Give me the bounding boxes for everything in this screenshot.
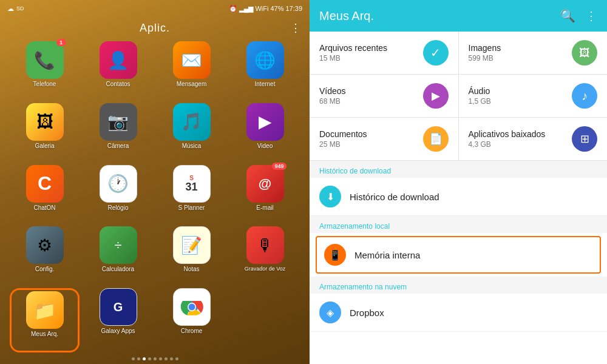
recentes-icon: ✓: [423, 40, 449, 66]
dot-3: [143, 357, 146, 360]
notas-icon: 📝: [181, 235, 202, 255]
mensagem-icon: ✉️: [181, 50, 202, 70]
apps-title: Aplic.: [140, 22, 170, 35]
dot-9: [175, 357, 178, 360]
header-icons: 🔍 ⋮: [560, 8, 597, 23]
dot-1: [132, 357, 135, 360]
calc-icon: ÷: [114, 237, 121, 253]
dot-6: [159, 357, 162, 360]
grid-item-recentes[interactable]: Arquivos recentes 15 MB ✓: [310, 32, 458, 74]
app-mensagem[interactable]: ✉️ Mensagem: [157, 41, 226, 99]
chaton-label: ChatON: [33, 204, 55, 212]
dot-7: [164, 357, 168, 360]
app-gravador[interactable]: 🎙 Gravador de Voz: [230, 226, 300, 285]
imagens-name: Imagens: [469, 43, 572, 53]
contatos-label: Contatos: [106, 81, 130, 88]
app-splanner[interactable]: S 31 S Planner: [157, 165, 226, 223]
mensagem-label: Mensagem: [177, 81, 206, 88]
audio-name: Áudio: [469, 86, 572, 96]
aplicativos-size: 4,3 GB: [469, 140, 572, 149]
alarm-icon: ⏰: [229, 5, 237, 13]
file-categories-grid: Arquivos recentes 15 MB ✓ Imagens 599 MB…: [310, 32, 607, 161]
file-manager-content: Arquivos recentes 15 MB ✓ Imagens 599 MB…: [310, 32, 607, 364]
chaton-icon: C: [38, 172, 52, 195]
app-telefone[interactable]: 📞 1 Telefone: [10, 41, 80, 99]
app-meusarq[interactable]: 📁 Meus Arq.: [10, 288, 80, 352]
time-display: 17:39: [285, 5, 302, 12]
app-camera[interactable]: 📷 Câmera: [83, 103, 153, 161]
phone-left-panel: ☁ SD ⏰ ▂▄▆ WiFi 47% 17:39 Aplic. ⋮ 📞 1 T…: [0, 0, 310, 364]
grid-item-aplicativos[interactable]: Aplicativos baixados 4,3 GB ⊞: [459, 118, 608, 160]
gravador-icon: 🎙: [257, 235, 274, 255]
grid-item-documentos[interactable]: Documentos 25 MB 📄: [310, 118, 458, 160]
telefone-icon: 📞: [34, 50, 55, 70]
camera-icon: 📷: [107, 112, 129, 132]
dropbox-text: Dropbox: [350, 308, 384, 318]
app-video[interactable]: ▶ Video: [230, 103, 300, 161]
aplicativos-icon: ⊞: [572, 126, 597, 152]
chrome-icon: [180, 295, 204, 319]
galaxy-label: Galaxy Apps: [101, 328, 135, 335]
dot-5: [154, 357, 157, 360]
more-options-icon[interactable]: ⋮: [290, 21, 301, 35]
app-chrome[interactable]: Chrome: [157, 288, 226, 352]
signal-icon: ▂▄▆: [239, 5, 254, 13]
internet-label: Internet: [255, 81, 276, 88]
app-galaxy[interactable]: G Galaxy Apps: [83, 288, 153, 352]
app-notas[interactable]: 📝 Notas: [157, 226, 226, 285]
status-bar: ☁ SD ⏰ ▂▄▆ WiFi 47% 17:39: [0, 0, 310, 17]
apps-top-bar: Aplic. ⋮: [0, 17, 310, 39]
list-item-memoria[interactable]: 📱 Memória interna: [316, 236, 601, 274]
notas-label: Notas: [183, 266, 199, 273]
file-manager-header: Meus Arq. 🔍 ⋮: [310, 0, 607, 32]
app-relogio[interactable]: 🕐 Relógio: [83, 165, 153, 223]
musica-label: Música: [182, 143, 202, 150]
app-musica[interactable]: 🎵 Música: [157, 103, 226, 161]
galaxy-icon: G: [114, 300, 123, 314]
app-internet[interactable]: 🌐 Internet: [230, 41, 300, 99]
dot-4: [148, 357, 151, 360]
imagens-size: 599 MB: [469, 54, 572, 62]
audio-icon: ♪: [572, 83, 597, 109]
search-icon[interactable]: 🔍: [560, 8, 575, 23]
historico-text: Histórico de download: [350, 192, 439, 202]
meusarq-icon: 📁: [33, 300, 56, 321]
documentos-name: Documentos: [319, 129, 423, 139]
file-manager-panel: Meus Arq. 🔍 ⋮ Arquivos recentes 15 MB ✓ …: [310, 0, 607, 364]
list-item-historico[interactable]: ⬇ Histórico de download: [310, 178, 607, 216]
app-galeria[interactable]: 🖼 Galeria: [10, 103, 80, 161]
gravador-label: Gravador de Voz: [245, 266, 286, 272]
section-local-label: Armazenamento local: [310, 216, 607, 233]
battery-text: 47%: [270, 5, 283, 12]
relogio-label: Relógio: [108, 204, 129, 212]
file-manager-title: Meus Arq.: [319, 9, 374, 23]
videos-name: Vídeos: [319, 86, 423, 96]
list-item-dropbox[interactable]: ◈ Dropbox: [310, 294, 607, 332]
grid-item-audio[interactable]: Áudio 1,5 GB ♪: [459, 75, 608, 117]
app-config[interactable]: ⚙ Config.: [10, 226, 80, 285]
recentes-name: Arquivos recentes: [319, 43, 423, 53]
grid-item-imagens[interactable]: Imagens 599 MB 🖼: [459, 32, 608, 74]
recentes-size: 15 MB: [319, 54, 423, 62]
internet-icon: 🌐: [254, 50, 276, 70]
email-badge: 949: [272, 163, 286, 170]
chrome-label: Chrome: [181, 328, 203, 335]
app-chaton[interactable]: C ChatON: [10, 165, 80, 223]
dropbox-icon: ◈: [319, 302, 341, 323]
splanner-label: S Planner: [178, 204, 205, 212]
more-icon[interactable]: ⋮: [585, 8, 597, 23]
section-historico-label: Histórico de download: [310, 161, 607, 178]
app-email[interactable]: @ 949 E-mail: [230, 165, 300, 223]
dot-8: [170, 357, 173, 360]
wifi-icon: WiFi: [255, 5, 268, 12]
splanner-date: 31: [185, 181, 197, 192]
audio-size: 1,5 GB: [469, 97, 572, 106]
galeria-icon: 🖼: [36, 112, 53, 132]
app-contatos[interactable]: 👤 Contatos: [83, 41, 153, 99]
memoria-icon: 📱: [324, 244, 346, 266]
grid-item-videos[interactable]: Vídeos 68 MB ▶: [310, 75, 458, 117]
apps-grid: 📞 1 Telefone 👤 Contatos ✉️ Mensagem 🌐 In…: [0, 39, 310, 355]
app-calculadora[interactable]: ÷ Calculadora: [83, 226, 153, 285]
section-nuvem-label: Armazenamento na nuvem: [310, 277, 607, 294]
musica-icon: 🎵: [181, 112, 202, 132]
